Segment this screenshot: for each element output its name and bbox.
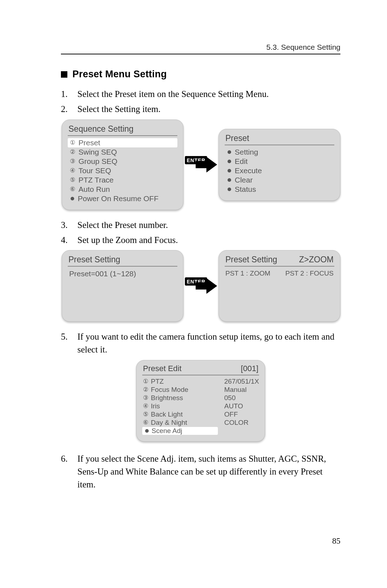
menu-item-execute[interactable]: Execute xyxy=(225,166,334,175)
enter-arrow-icon: ENTER xyxy=(185,154,217,175)
menu-title: Sequence Setting xyxy=(68,124,134,134)
bullet-icon xyxy=(145,429,149,433)
section-heading: Preset Menu Setting xyxy=(61,69,340,80)
circled-5-icon: ⑤ xyxy=(69,176,76,184)
steps-list-4: 6.If you select the Scene Adj. item, suc… xyxy=(61,452,340,491)
step-5: 5.If you want to edit the camera functio… xyxy=(61,330,340,356)
row-iris[interactable]: ④Iris xyxy=(142,402,218,410)
circled-5-icon: ⑤ xyxy=(142,410,149,418)
menu-item-group-seq[interactable]: ③Group SEQ xyxy=(68,157,177,166)
pst1-label: PST 1 : ZOOM xyxy=(225,269,270,277)
row-focus-mode[interactable]: ②Focus Mode xyxy=(142,386,218,394)
val-scene-adj xyxy=(224,427,259,435)
menu-item-setting[interactable]: Setting xyxy=(225,147,334,157)
step-3: 3.Select the Preset number. xyxy=(61,219,340,232)
menu-title: Preset Setting xyxy=(225,255,277,264)
val-iris: AUTO xyxy=(224,402,259,410)
val-day-night: COLOR xyxy=(224,419,259,427)
figure-sequence-to-preset: Sequence Setting ① Preset ②Swing SEQ ③Gr… xyxy=(61,120,340,210)
step-1: 1. Select the Preset item on the Sequenc… xyxy=(61,88,340,101)
circled-4-icon: ④ xyxy=(69,167,76,174)
bullet-icon xyxy=(228,178,231,182)
bullet-icon xyxy=(228,169,231,172)
steps-list-1: 1. Select the Preset item on the Sequenc… xyxy=(61,88,340,116)
running-header: 5.3. Sequence Setting xyxy=(61,43,340,54)
menu-preset: Preset Setting Edit Execute Clear Status xyxy=(219,129,340,201)
row-brightness[interactable]: ③Brightness xyxy=(142,394,218,402)
menu-item-clear[interactable]: Clear xyxy=(225,175,334,185)
circled-2-icon: ② xyxy=(142,386,149,393)
enter-arrow-icon: ENTER xyxy=(185,275,217,297)
step-6: 6.If you select the Scene Adj. item, suc… xyxy=(61,452,340,491)
arrow-right-icon xyxy=(196,275,221,297)
menu-title: Preset Setting xyxy=(68,255,120,264)
menu-item-ptz-trace[interactable]: ⑤PTZ Trace xyxy=(68,175,177,185)
val-focus-mode: Manual xyxy=(224,386,259,394)
menu-item-tour-seq[interactable]: ④Tour SEQ xyxy=(68,166,177,175)
svg-marker-1 xyxy=(196,278,217,294)
row-ptz[interactable]: ①PTZ xyxy=(142,378,218,385)
figure-preset-setting: Preset Setting Preset=001 (1~128) ENTER … xyxy=(61,250,340,322)
circled-3-icon: ③ xyxy=(142,394,149,402)
menu-item-preset[interactable]: ① Preset xyxy=(68,138,177,147)
menu-item-swing-seq[interactable]: ②Swing SEQ xyxy=(68,147,177,157)
circled-1-icon: ① xyxy=(142,378,149,385)
page-number: 85 xyxy=(332,536,340,546)
arrow-right-icon xyxy=(196,154,221,175)
pst2-label: PST 2 : FOCUS xyxy=(285,269,334,277)
menu-item-status[interactable]: Status xyxy=(225,185,334,194)
menu-item-auto-run[interactable]: ⑥Auto Run xyxy=(68,185,177,194)
circled-3-icon: ③ xyxy=(69,157,76,165)
menu-title-right: Z>ZOOM xyxy=(299,255,334,264)
menu-title-right: [001] xyxy=(241,364,258,373)
svg-marker-0 xyxy=(196,157,217,172)
menu-item-edit[interactable]: Edit xyxy=(225,157,334,166)
circled-6-icon: ⑥ xyxy=(142,419,149,426)
row-day-night[interactable]: ⑥Day & Night xyxy=(142,419,218,427)
bullet-icon xyxy=(71,197,74,200)
bullet-icon xyxy=(228,150,231,154)
preset-number-line: Preset=001 (1~128) xyxy=(68,269,177,279)
page: 5.3. Sequence Setting Preset Menu Settin… xyxy=(0,0,387,588)
circled-6-icon: ⑥ xyxy=(69,185,76,193)
val-brightness: 050 xyxy=(224,394,259,402)
square-bullet-icon xyxy=(61,71,67,78)
section-title: Preset Menu Setting xyxy=(72,69,167,80)
step-4: 4.Set up the Zoom and Focus. xyxy=(61,234,340,247)
steps-list-3: 5.If you want to edit the camera functio… xyxy=(61,330,340,356)
menu-title: Preset xyxy=(225,133,249,143)
figure-preset-edit: Preset Edit [001] ①PTZ 267/051/1X ②Focus… xyxy=(136,360,265,442)
row-back-light[interactable]: ⑤Back Light xyxy=(142,410,218,418)
circled-4-icon: ④ xyxy=(142,402,149,410)
menu-title: Preset Edit xyxy=(143,364,182,373)
val-ptz: 267/051/1X xyxy=(224,378,259,385)
steps-list-2: 3.Select the Preset number. 4.Set up the… xyxy=(61,219,340,247)
bullet-icon xyxy=(228,160,231,163)
bullet-icon xyxy=(228,188,231,191)
menu-sequence-setting: Sequence Setting ① Preset ②Swing SEQ ③Gr… xyxy=(62,120,183,210)
menu-item-power-on-resume[interactable]: Power On Resume OFF xyxy=(68,194,177,203)
val-back-light: OFF xyxy=(224,410,259,418)
menu-preset-edit: Preset Edit [001] ①PTZ 267/051/1X ②Focus… xyxy=(136,360,265,442)
circled-1-icon: ① xyxy=(69,139,76,146)
step-2: 2. Select the Setting item. xyxy=(61,103,340,116)
menu-preset-setting-left: Preset Setting Preset=001 (1~128) xyxy=(62,250,183,322)
menu-preset-setting-right: Preset Setting Z>ZOOM PST 1 : ZOOM PST 2… xyxy=(219,250,340,322)
row-scene-adj[interactable]: Scene Adj xyxy=(142,427,218,435)
circled-2-icon: ② xyxy=(69,148,76,156)
